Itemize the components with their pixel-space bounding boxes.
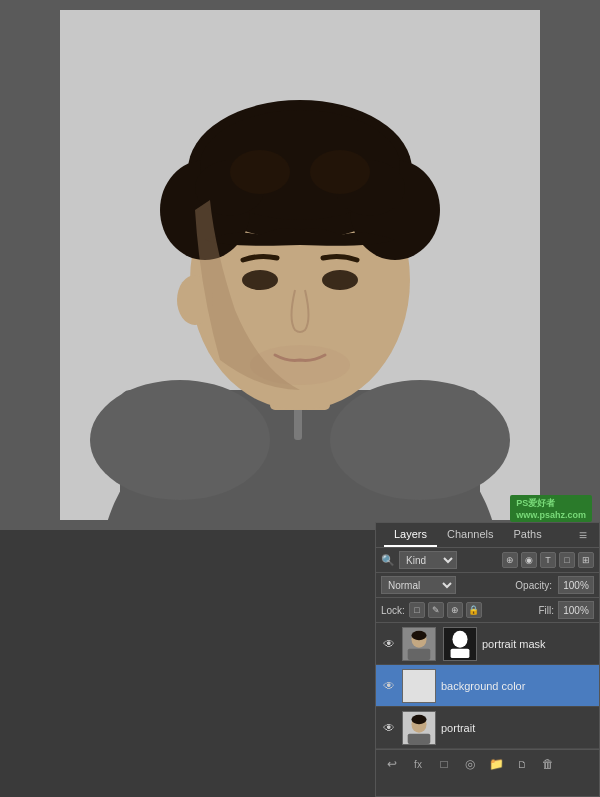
new-group-icon[interactable]: 📁 <box>486 754 506 774</box>
svg-rect-23 <box>408 648 431 659</box>
svg-point-26 <box>452 630 467 647</box>
fill-value[interactable]: 100% <box>558 601 594 619</box>
filter-smart-icon[interactable]: ⊞ <box>578 552 594 568</box>
filter-type-icon[interactable]: T <box>540 552 556 568</box>
main-canvas: PS爱好者 www.psahz.com <box>0 0 600 530</box>
tab-channels[interactable]: Channels <box>437 523 503 547</box>
lock-position-icon[interactable]: ✎ <box>428 602 444 618</box>
layers-panel: Layers Channels Paths ≡ 🔍 Kind ⊕ ◉ T □ ⊞ <box>375 522 600 797</box>
svg-rect-27 <box>451 648 470 657</box>
app-container: PS爱好者 www.psahz.com Layers Channels Path… <box>0 0 600 797</box>
lock-pixels-icon[interactable]: □ <box>409 602 425 618</box>
opacity-value[interactable]: 100% <box>558 576 594 594</box>
svg-point-32 <box>411 714 426 723</box>
layers-list: 👁 <box>376 623 599 749</box>
fx-icon[interactable]: fx <box>408 754 428 774</box>
layer-row-portrait-mask[interactable]: 👁 <box>376 623 599 665</box>
filter-icons: ⊕ ◉ T □ ⊞ <box>502 552 594 568</box>
layer-row-portrait[interactable]: 👁 portrait <box>376 707 599 749</box>
new-fill-layer-icon[interactable]: □ <box>434 754 454 774</box>
lock-icons: □ ✎ ⊕ 🔒 <box>409 602 482 618</box>
watermark: PS爱好者 www.psahz.com <box>510 495 592 522</box>
filter-row: 🔍 Kind ⊕ ◉ T □ ⊞ <box>376 548 599 573</box>
eye-icon-portrait[interactable]: 👁 <box>381 720 397 736</box>
svg-point-5 <box>90 380 270 500</box>
eye-icon-portrait-mask[interactable]: 👁 <box>381 636 397 652</box>
eye-icon-background-color[interactable]: 👁 <box>381 678 397 694</box>
filter-pixel-icon[interactable]: ⊕ <box>502 552 518 568</box>
svg-point-17 <box>242 270 278 290</box>
watermark-site: PS爱好者 <box>516 497 586 510</box>
new-adjustment-icon[interactable]: ◎ <box>460 754 480 774</box>
lock-artboard-icon[interactable]: ⊕ <box>447 602 463 618</box>
layer-name-portrait-mask: portrait mask <box>482 638 594 650</box>
lock-all-icon[interactable]: 🔒 <box>466 602 482 618</box>
svg-point-6 <box>330 380 510 500</box>
panel-menu-icon[interactable]: ≡ <box>575 523 591 547</box>
svg-point-18 <box>322 270 358 290</box>
watermark-url: www.psahz.com <box>516 510 586 520</box>
link-layers-icon[interactable]: ↩ <box>382 754 402 774</box>
svg-rect-28 <box>403 670 435 702</box>
blend-row: Normal Opacity: 100% <box>376 573 599 598</box>
lock-row: Lock: □ ✎ ⊕ 🔒 Fill: 100% <box>376 598 599 623</box>
photo-frame <box>60 10 540 520</box>
blend-mode-select[interactable]: Normal <box>381 576 456 594</box>
delete-layer-icon[interactable]: 🗑 <box>538 754 558 774</box>
panel-tabs: Layers Channels Paths ≡ <box>376 523 599 548</box>
layer-name-background-color: background color <box>441 680 594 692</box>
svg-point-15 <box>230 150 290 194</box>
kind-select[interactable]: Kind <box>399 551 457 569</box>
svg-rect-31 <box>408 733 431 743</box>
bottom-toolbar: ↩ fx □ ◎ 📁 🗋 🗑 <box>376 749 599 778</box>
layer-mask-thumb-portrait-mask <box>443 627 477 661</box>
layer-thumb-portrait-mask <box>402 627 436 661</box>
filter-adjust-icon[interactable]: ◉ <box>521 552 537 568</box>
layer-thumb-portrait <box>402 711 436 745</box>
layer-row-background-color[interactable]: 👁 background color <box>376 665 599 707</box>
new-layer-icon[interactable]: 🗋 <box>512 754 532 774</box>
bottom-panel: Layers Channels Paths ≡ 🔍 Kind ⊕ ◉ T □ ⊞ <box>0 530 600 797</box>
layer-name-portrait: portrait <box>441 722 594 734</box>
tab-paths[interactable]: Paths <box>504 523 552 547</box>
search-icon: 🔍 <box>381 554 395 567</box>
portrait-svg <box>60 10 540 520</box>
tab-layers[interactable]: Layers <box>384 523 437 547</box>
opacity-label: Opacity: <box>515 580 552 591</box>
layer-thumb-background-color <box>402 669 436 703</box>
lock-label: Lock: <box>381 605 405 616</box>
svg-point-24 <box>411 630 426 639</box>
svg-point-16 <box>310 150 370 194</box>
fill-label: Fill: <box>538 605 554 616</box>
filter-shape-icon[interactable]: □ <box>559 552 575 568</box>
